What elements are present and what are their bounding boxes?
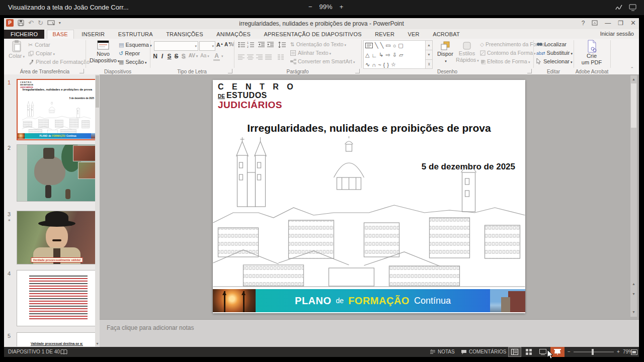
tab-rever[interactable]: REVER xyxy=(369,30,400,39)
slide-title[interactable]: Irregularidades, nulidades e proibições … xyxy=(213,122,525,134)
plano-formacao-banner[interactable]: PLANO de FORMAÇÃO Contínua xyxy=(213,289,525,312)
font-dialog-launcher-icon[interactable] xyxy=(228,69,232,73)
grow-font-button[interactable]: A▲ xyxy=(216,42,223,48)
tab-base[interactable]: BASE xyxy=(47,30,74,39)
paragraph-dialog-launcher-icon[interactable] xyxy=(355,69,360,73)
justify-icon[interactable] xyxy=(265,54,272,60)
tab-transicoes[interactable]: TRANSIÇÕES xyxy=(160,30,209,39)
copy-button[interactable]: Copiar▾ xyxy=(28,49,55,58)
minimize-button[interactable]: — xyxy=(605,20,611,27)
text-direction-button[interactable]: ⇅Orientação do Texto▾ xyxy=(290,40,346,49)
quick-styles-button[interactable]: Estilos Rápidos▾ xyxy=(456,40,478,64)
bullets-icon[interactable] xyxy=(238,42,246,48)
shapes-more-icon[interactable]: ⊻ xyxy=(426,60,432,68)
tab-ver[interactable]: VER xyxy=(403,30,425,39)
text-shadow-button[interactable]: S xyxy=(180,53,187,60)
tab-ficheiro[interactable]: FICHEIRO xyxy=(4,30,44,39)
shapes-scroll-up-icon[interactable]: ▲ xyxy=(426,41,432,50)
slide-scrollbar[interactable]: ▲ ▲ ▼ ▼ xyxy=(630,75,637,317)
select-button[interactable]: Selecionar▾ xyxy=(536,57,573,66)
arrange-button[interactable]: Dispor▾ xyxy=(435,40,456,64)
annotate-icon[interactable] xyxy=(615,4,623,11)
cej-logo[interactable]: C E N T R O DEESTUDOS JUDICIÁRIOS xyxy=(218,82,296,110)
comments-toggle[interactable]: COMENTÁRIOS xyxy=(461,347,506,357)
previous-slide-icon[interactable]: ▲ xyxy=(630,281,637,288)
share-zoom-out-button[interactable]: − xyxy=(308,3,312,11)
collapse-ribbon-icon[interactable]: ⌃ xyxy=(630,66,634,71)
font-color-arrow-icon[interactable]: ▾ xyxy=(221,54,223,58)
tab-estrutura[interactable]: ESTRUTURA xyxy=(113,30,158,39)
zoom-slider-handle[interactable] xyxy=(592,349,594,355)
shapes-gallery[interactable]: ╲╲▭○▢ △∟↳⇨⇩▱ ∿∩~{}☆ ▲▼⊻ xyxy=(363,40,433,69)
new-slide-button[interactable]: Novo Diapositivo▾ xyxy=(90,40,117,64)
view-options-icon[interactable] xyxy=(629,4,637,11)
change-case-button[interactable]: Aa▾ xyxy=(200,53,209,58)
create-pdf-button[interactable]: Crie um PDF xyxy=(580,40,604,66)
shape-effects-button[interactable]: Efeitos de Forma▾ xyxy=(480,57,530,66)
tab-acrobat[interactable]: ACROBAT xyxy=(427,30,465,39)
fit-slide-button[interactable] xyxy=(631,347,637,357)
tab-inserir[interactable]: INSERIR xyxy=(76,30,110,39)
slide-2-thumbnail[interactable] xyxy=(17,144,97,202)
strikethrough-button[interactable]: S xyxy=(173,53,180,60)
increase-indent-icon[interactable] xyxy=(267,42,274,48)
help-button[interactable]: ? xyxy=(582,20,585,27)
layout-button[interactable]: ▤Esquema▾ xyxy=(119,41,151,49)
sign-in-link[interactable]: Iniciar sessão xyxy=(600,29,634,39)
thumbnail-scrollbar[interactable]: ▼ xyxy=(95,74,100,346)
slide-5-thumbnail[interactable]: Validade processual destina-se a: xyxy=(17,332,97,346)
zoom-slider[interactable] xyxy=(574,351,614,352)
paste-button[interactable]: Colar▾ xyxy=(7,40,26,60)
line-spacing-icon[interactable] xyxy=(278,42,286,48)
reset-button[interactable]: ↺Repor xyxy=(119,49,140,58)
slide-1-thumbnail[interactable]: C E N T R O DE ESTUDOS JUDICIÁRIOS Irreg… xyxy=(17,79,98,140)
cut-button[interactable]: ✂Cortar xyxy=(28,41,50,49)
align-text-button[interactable]: Alinhar Texto▾ xyxy=(290,49,331,57)
align-left-icon[interactable] xyxy=(238,54,245,60)
replace-button[interactable]: ab⇄Substituir▾ xyxy=(536,49,573,57)
decrease-indent-icon[interactable] xyxy=(258,42,265,48)
thumbnail-scroll-down-icon[interactable]: ▼ xyxy=(95,342,100,345)
city-sketch[interactable] xyxy=(213,136,525,287)
find-button[interactable]: Localizar xyxy=(536,40,567,49)
columns-icon[interactable] xyxy=(277,54,284,60)
slide-editing-area[interactable]: C E N T R O DEESTUDOS JUDICIÁRIOS Irregu… xyxy=(100,74,639,319)
underline-button[interactable]: S xyxy=(166,53,173,60)
align-center-icon[interactable] xyxy=(247,54,254,60)
tab-apresentacao[interactable]: APRESENTAÇÃO DE DIAPOSITIVOS xyxy=(258,30,367,39)
zoom-out-button[interactable]: − xyxy=(568,347,571,357)
drawing-dialog-launcher-icon[interactable] xyxy=(527,69,532,73)
shape-outline-button[interactable]: Contorno da Forma▾ xyxy=(480,49,536,57)
section-button[interactable]: ▦Secção▾ xyxy=(119,58,147,66)
normal-view-button[interactable] xyxy=(508,347,521,357)
zoom-in-button[interactable]: + xyxy=(617,347,620,357)
close-button[interactable]: ✕ xyxy=(630,19,636,27)
format-painter-button[interactable]: Pincel de Formatação xyxy=(28,58,90,66)
numbering-icon[interactable]: 12 xyxy=(247,42,255,48)
align-right-icon[interactable] xyxy=(256,54,263,60)
notes-toggle[interactable]: NOTAS xyxy=(430,347,455,357)
spellcheck-icon[interactable] xyxy=(60,347,67,357)
scroll-up-icon[interactable]: ▲ xyxy=(630,75,637,83)
bold-button[interactable]: N xyxy=(152,53,158,60)
clear-formatting-button[interactable]: A̸ xyxy=(229,41,233,47)
scroll-down-icon[interactable]: ▼ xyxy=(630,309,637,316)
font-size-combo[interactable]: ▾ xyxy=(199,41,215,51)
slide-scrollbar-thumb[interactable] xyxy=(631,83,636,128)
smartart-button[interactable]: Converter em SmartArt▾ xyxy=(290,57,355,66)
slide-canvas[interactable]: C E N T R O DEESTUDOS JUDICIÁRIOS Irregu… xyxy=(213,80,525,313)
slide-sorter-view-button[interactable] xyxy=(522,347,535,357)
share-zoom-in-button[interactable]: + xyxy=(340,3,344,11)
slide-3-thumbnail[interactable]: Verdade processualmente válida! xyxy=(17,211,97,264)
ribbon-display-options-icon[interactable] xyxy=(592,20,598,26)
thumbnail-scrollbar-thumb[interactable] xyxy=(96,75,99,108)
next-slide-icon[interactable]: ▼ xyxy=(630,291,637,298)
notes-pane[interactable]: Faça clique para adicionar notas xyxy=(100,319,639,347)
character-spacing-button[interactable]: AV▾ xyxy=(188,53,198,58)
restore-button[interactable]: ❐ xyxy=(618,20,623,27)
tab-animacoes[interactable]: ANIMAÇÕES xyxy=(211,30,256,39)
slide-thumbnail-panel[interactable]: 1 C E N T R O DE ESTUDOS JUDICIÁRIOS Irr… xyxy=(4,74,100,346)
slide-4-thumbnail[interactable] xyxy=(17,270,97,326)
italic-button[interactable]: I xyxy=(159,53,166,60)
font-name-combo[interactable]: ▾ xyxy=(154,41,198,51)
